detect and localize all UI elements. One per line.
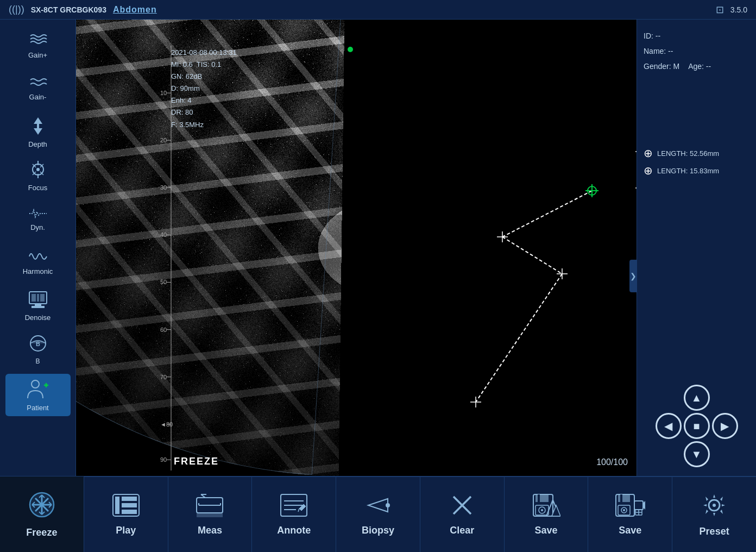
- measurement-2: ⊕ LENGTH: 15.83mm: [644, 165, 749, 176]
- svg-text:B: B: [36, 341, 40, 347]
- sidebar-item-dyn[interactable]: Dyn.: [5, 198, 71, 240]
- clear-icon: [450, 493, 474, 520]
- svg-text:50: 50: [160, 279, 167, 286]
- annote-icon: [280, 493, 308, 520]
- device-name: SX-8CT GRCBGK093: [31, 5, 106, 14]
- sidebar-item-harmonic[interactable]: Harmonic: [5, 241, 71, 284]
- svg-rect-74: [122, 510, 137, 514]
- save2-button[interactable]: Save: [588, 476, 672, 552]
- svg-rect-93: [538, 494, 540, 502]
- crosshair-1-icon: ⊕: [644, 148, 653, 159]
- save1-button[interactable]: Save: [505, 476, 589, 552]
- bmode-label: B: [35, 357, 40, 365]
- biopsy-button-label: Biopsy: [362, 525, 394, 536]
- svg-text:40: 40: [160, 231, 167, 238]
- meas-button-label: Meas: [198, 525, 222, 536]
- play-button[interactable]: Play: [84, 476, 168, 552]
- left-sidebar: Gain+ Gain- Depth: [0, 20, 76, 476]
- sidebar-item-gain-minus[interactable]: Gain-: [5, 67, 71, 110]
- patient-label: Patient: [27, 404, 48, 412]
- svg-text:90: 90: [160, 456, 167, 463]
- measurement-1: ⊕ LENGTH: 52.56mm: [644, 148, 749, 159]
- sidebar-item-focus[interactable]: Focus: [5, 154, 71, 197]
- annote-button-label: Annote: [277, 525, 311, 536]
- bottom-bar: Freeze Play Meas: [0, 476, 756, 552]
- top-bar: ((|)) SX-8CT GRCBGK093 Abdomen ⊡ 3.5.0: [0, 0, 756, 20]
- bmode-icon: B: [28, 334, 48, 355]
- measurement-1-label: LENGTH: 52.56mm: [657, 149, 719, 158]
- meas-button[interactable]: Meas: [168, 476, 253, 552]
- svg-rect-1: [37, 124, 39, 128]
- patient-name: Name: --: [644, 43, 749, 59]
- crosshair-2-icon: ⊕: [644, 165, 653, 176]
- svg-point-6: [36, 168, 40, 171]
- focus-label: Focus: [28, 184, 47, 192]
- sidebar-item-gain-plus[interactable]: Gain+: [5, 24, 71, 66]
- scan-info-overlay: 2021-08-08 00:13:31 MI: 0.6 TIS: 0.1 GN:…: [171, 47, 237, 131]
- svg-rect-12: [32, 294, 36, 302]
- svg-rect-105: [634, 501, 643, 510]
- svg-point-111: [713, 504, 716, 507]
- scan-mode[interactable]: Abdomen: [113, 5, 157, 15]
- measurement-2-label: LENGTH: 15.83mm: [657, 167, 719, 175]
- freeze-icon: [28, 491, 56, 523]
- datetime-label: 2021-08-08 00:13:31: [171, 47, 237, 59]
- svg-text:70: 70: [160, 374, 167, 380]
- ultrasound-display[interactable]: 2021-08-08 00:13:31 MI: 0.6 TIS: 0.1 GN:…: [76, 20, 637, 476]
- nav-down-button[interactable]: ▼: [684, 441, 710, 467]
- meas-icon: [196, 493, 224, 520]
- patient-id: ID: --: [644, 28, 749, 43]
- nav-right-button[interactable]: ▶: [712, 413, 738, 439]
- save1-icon: [532, 493, 560, 520]
- svg-marker-0: [34, 117, 42, 124]
- depth-icon: [28, 116, 48, 138]
- sidebar-item-depth[interactable]: Depth: [5, 111, 71, 153]
- svg-rect-71: [115, 497, 119, 514]
- freeze-button[interactable]: Freeze: [0, 476, 84, 552]
- save1-button-label: Save: [535, 525, 558, 536]
- network-icon: ⊡: [716, 4, 724, 16]
- focus-icon: [28, 160, 48, 181]
- svg-rect-100: [618, 494, 630, 502]
- sidebar-item-bmode[interactable]: B B: [5, 328, 71, 371]
- green-indicator: [348, 47, 353, 52]
- enh-label: Enh: 4: [171, 95, 237, 106]
- save2-icon: [615, 493, 645, 520]
- svg-rect-92: [536, 494, 549, 502]
- version-label: 3.5.0: [730, 5, 747, 14]
- svg-point-96: [541, 509, 543, 511]
- play-icon: [112, 493, 140, 520]
- right-panel: ID: -- Name: -- Gender: M Age: -- ⊕ LENG…: [637, 20, 756, 476]
- nav-up-button[interactable]: ▲: [684, 385, 710, 411]
- svg-marker-87: [368, 499, 388, 512]
- harmonic-label: Harmonic: [23, 267, 53, 275]
- svg-rect-101: [620, 494, 622, 502]
- patient-gender-age: Gender: M Age: --: [644, 59, 749, 74]
- svg-marker-79: [197, 513, 223, 517]
- collapse-handle[interactable]: ❯: [629, 260, 637, 292]
- gain-minus-icon: [28, 77, 48, 91]
- nav-left-button[interactable]: ◀: [656, 413, 682, 439]
- depth-ruler: 10 20 30 40 50 60 70 ◄80 90: [160, 46, 177, 471]
- preset-button[interactable]: Preset: [672, 476, 756, 552]
- biopsy-button[interactable]: Biopsy: [336, 476, 420, 552]
- dr-label: DR: 80: [171, 106, 237, 118]
- dyn-icon: [28, 207, 48, 221]
- clear-button[interactable]: Clear: [420, 476, 505, 552]
- sidebar-item-patient[interactable]: Patient: [5, 374, 71, 416]
- svg-point-88: [386, 503, 390, 507]
- depth-label: Depth: [28, 140, 47, 148]
- svg-rect-72: [122, 497, 137, 501]
- preset-icon: [701, 492, 727, 522]
- svg-text:30: 30: [160, 184, 167, 191]
- harmonic-icon: [28, 250, 48, 265]
- nav-buttons: ▲ ◀ ■ ▶ ▼: [644, 385, 749, 467]
- dyn-label: Dyn.: [30, 223, 45, 231]
- svg-marker-2: [34, 128, 42, 135]
- nav-stop-button[interactable]: ■: [684, 413, 710, 439]
- svg-rect-15: [35, 304, 41, 306]
- annote-button[interactable]: Annote: [252, 476, 336, 552]
- svg-rect-14: [40, 294, 45, 302]
- sidebar-item-denoise[interactable]: Denoise: [5, 285, 71, 327]
- patient-info: ID: -- Name: -- Gender: M Age: --: [644, 28, 749, 74]
